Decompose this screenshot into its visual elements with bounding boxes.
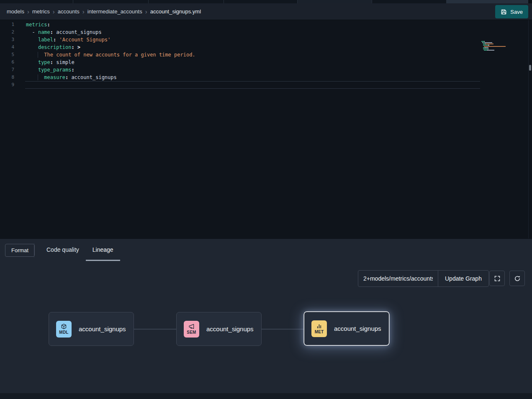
bottom-panel: Format Code quality Lineage Update Graph — [0, 238, 532, 399]
indent-guide — [38, 74, 38, 80]
semantic-model-badge: SEM — [184, 321, 199, 338]
code-lines: 1metrics:2 - name: account_signups3 labe… — [0, 21, 532, 89]
save-icon — [501, 9, 507, 15]
line-number: 8 — [0, 74, 14, 81]
code-line[interactable]: 8 measure: account_signups — [0, 74, 532, 81]
save-label: Save — [510, 9, 523, 15]
tab-code-quality[interactable]: Code quality — [40, 239, 86, 261]
line-number: 9 — [0, 81, 14, 89]
tabstrip-spacer — [528, 0, 532, 3]
lineage-selector-input[interactable] — [358, 271, 438, 286]
lineage-edge — [262, 329, 304, 330]
badge-label: MET — [315, 330, 324, 334]
scrollbar-thumb[interactable] — [529, 65, 531, 71]
panel-divider — [34, 243, 34, 257]
editor-tab[interactable] — [372, 0, 447, 3]
badge-label: MDL — [59, 330, 68, 335]
indent-guide — [38, 52, 38, 58]
refresh-icon — [514, 275, 521, 282]
file-header: models › metrics › accounts › intermedia… — [0, 3, 532, 20]
breadcrumb-item-filename[interactable]: account_signups.yml — [150, 8, 201, 15]
metric-badge: MET — [311, 320, 327, 337]
breadcrumb-item-metrics[interactable]: metrics — [32, 8, 50, 15]
lineage-node-metric[interactable]: MET account_signups — [304, 312, 389, 345]
lineage-selector-group: Update Graph — [358, 270, 489, 287]
editor-tab[interactable] — [149, 0, 224, 3]
code-line[interactable]: 4 description: > — [0, 43, 532, 51]
model-badge: MDL — [56, 321, 72, 338]
code-line[interactable]: 6 type: simple — [0, 59, 532, 66]
format-button[interactable]: Format — [5, 244, 35, 257]
lineage-node-semantic-model[interactable]: SEM account_signups — [176, 312, 262, 346]
line-number: 5 — [0, 51, 14, 59]
line-number: 2 — [0, 28, 14, 36]
lineage-canvas[interactable]: Update Graph — [0, 264, 532, 394]
fullscreen-icon — [494, 275, 501, 282]
cube-icon — [61, 323, 67, 330]
editor-tab[interactable] — [447, 0, 528, 3]
breadcrumb-item-accounts[interactable]: accounts — [58, 8, 80, 15]
breadcrumb-item-models[interactable]: models — [7, 8, 24, 15]
code-line[interactable]: 9 — [0, 81, 532, 89]
code-line[interactable]: 2 - name: account_signups — [0, 28, 532, 36]
line-number: 4 — [0, 43, 14, 51]
panel-tabs: Code quality Lineage — [40, 239, 120, 261]
node-label: account_signups — [79, 325, 126, 332]
current-line-highlight — [25, 81, 480, 89]
line-number: 7 — [0, 66, 14, 74]
editor-tabstrip — [0, 0, 532, 3]
line-number: 3 — [0, 36, 14, 43]
bar-chart-icon — [316, 323, 322, 329]
breadcrumb-item-intermediate-accounts[interactable]: intermediate_accounts — [87, 8, 142, 15]
chevron-right-icon: › — [145, 8, 147, 15]
minimap[interactable] — [481, 41, 506, 52]
line-number: 1 — [0, 21, 14, 28]
code-line[interactable]: 7 type_params: — [0, 66, 532, 74]
editor-scrollbar[interactable] — [528, 20, 532, 238]
line-number: 6 — [0, 59, 14, 66]
editor-tab[interactable] — [73, 0, 149, 3]
megaphone-icon — [188, 323, 195, 330]
refresh-button[interactable] — [509, 271, 525, 286]
save-button[interactable]: Save — [495, 5, 528, 18]
lineage-edge — [134, 329, 176, 330]
chevron-right-icon: › — [82, 8, 85, 15]
code-editor[interactable]: 1metrics:2 - name: account_signups3 labe… — [0, 20, 532, 238]
chevron-right-icon: › — [27, 8, 29, 15]
node-label: account_signups — [206, 325, 254, 332]
editor-tab[interactable] — [224, 0, 298, 3]
tab-lineage[interactable]: Lineage — [86, 239, 120, 261]
chevron-right-icon: › — [53, 8, 55, 15]
ide-root: models › metrics › accounts › intermedia… — [0, 0, 532, 399]
code-line[interactable]: 5 The count of new accounts for a given … — [0, 51, 532, 59]
badge-label: SEM — [187, 330, 196, 335]
code-line[interactable]: 1metrics: — [0, 21, 532, 28]
node-label: account_signups — [334, 325, 381, 332]
fullscreen-button[interactable] — [489, 271, 505, 286]
code-line[interactable]: 3 label: 'Account Signups' — [0, 36, 532, 43]
editor-tab[interactable] — [298, 0, 372, 3]
lineage-node-model[interactable]: MDL account_signups — [49, 312, 134, 346]
panel-footer — [0, 393, 532, 399]
update-graph-button[interactable]: Update Graph — [438, 271, 488, 286]
editor-tab[interactable] — [0, 0, 73, 3]
